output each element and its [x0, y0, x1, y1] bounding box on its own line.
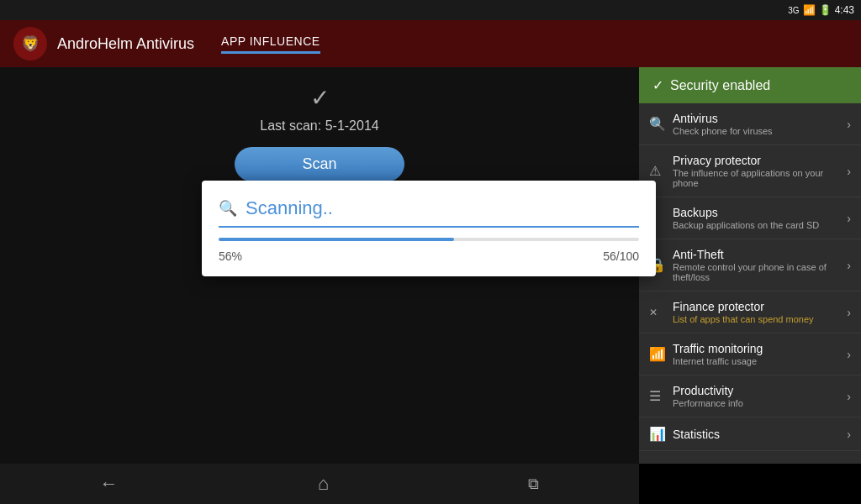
productivity-chevron: › [847, 390, 851, 403]
privacy-chevron: › [847, 165, 851, 178]
home-button[interactable]: ⌂ [318, 473, 329, 495]
clock: 4:43 [835, 4, 854, 16]
top-bar: 🦁 AndroHelm Antivirus APP INFLUENCE [0, 20, 861, 67]
scanning-dialog: 🔍 Scanning.. 56% 56/100 [202, 181, 656, 276]
privacy-title: Privacy protector [673, 154, 847, 167]
svg-text:🦁: 🦁 [21, 34, 40, 53]
antivirus-title: Antivirus [673, 112, 847, 125]
bottom-bar: ← ⌂ ⧉ [0, 464, 639, 504]
progress-count: 56/100 [603, 249, 639, 263]
status-bar: 3G 📶 🔋 4:43 [0, 0, 861, 20]
statistics-icon: 📊 [649, 426, 673, 442]
backups-subtitle: Backup applications on the card SD [673, 220, 847, 230]
sidebar-item-finance[interactable]: ✕ Finance protector List of apps that ca… [639, 291, 861, 333]
finance-subtitle: List of apps that can spend money [673, 314, 847, 324]
network-icon: 3G [788, 6, 799, 15]
sidebar-item-statistics[interactable]: 📊 Statistics › [639, 417, 861, 451]
traffic-chevron: › [847, 348, 851, 361]
privacy-subtitle: The influence of applications on your ph… [673, 168, 847, 188]
recents-button[interactable]: ⧉ [528, 475, 539, 493]
statistics-title: Statistics [673, 428, 847, 441]
search-icon: 🔍 [219, 199, 237, 218]
tab-app-influence[interactable]: APP INFLUENCE [221, 34, 320, 54]
right-sidebar: ✓ Security enabled 🔍 Antivirus Check pho… [639, 67, 861, 464]
battery-icon: 🔋 [819, 4, 832, 16]
app-title: AndroHelm Antivirus [57, 35, 194, 53]
sidebar-item-antitheft[interactable]: 🔒 Anti-Theft Remote control your phone i… [639, 239, 861, 291]
security-header: ✓ Security enabled [639, 67, 861, 103]
back-button[interactable]: ← [100, 473, 119, 495]
scanning-input-row: 🔍 Scanning.. [219, 197, 639, 228]
statistics-chevron: › [847, 428, 851, 441]
security-header-text: Security enabled [670, 78, 770, 93]
progress-bar-container [219, 238, 639, 241]
traffic-content: Traffic monitoring Internet traffic usag… [673, 342, 847, 366]
traffic-icon: 📶 [649, 346, 673, 362]
check-icon: ✓ [310, 84, 330, 112]
scan-button[interactable]: Scan [235, 147, 404, 181]
antivirus-chevron: › [847, 118, 851, 131]
traffic-title: Traffic monitoring [673, 342, 847, 355]
productivity-icon: ☰ [649, 388, 673, 404]
finance-title: Finance protector [673, 300, 847, 313]
scanning-text: Scanning.. [246, 197, 333, 219]
privacy-content: Privacy protector The influence of appli… [673, 154, 847, 188]
sidebar-item[interactable]: 🔍 Antivirus Check phone for viruses › [639, 103, 861, 145]
sidebar-item-productivity[interactable]: ☰ Productivity Performance info › [639, 375, 861, 417]
productivity-subtitle: Performance info [673, 398, 847, 408]
progress-percent: 56% [219, 249, 242, 263]
statistics-content: Statistics [673, 428, 847, 441]
signal-icon: 📶 [803, 4, 816, 16]
antitheft-chevron: › [847, 259, 851, 272]
antivirus-icon: 🔍 [649, 116, 673, 132]
productivity-title: Productivity [673, 384, 847, 397]
last-scan-text: Last scan: 5-1-2014 [260, 118, 378, 134]
antivirus-subtitle: Check phone for viruses [673, 126, 847, 136]
antivirus-content: Antivirus Check phone for viruses [673, 112, 847, 136]
backups-chevron: › [847, 212, 851, 225]
sidebar-item-privacy[interactable]: ⚠ Privacy protector The influence of app… [639, 145, 861, 197]
finance-icon: ✕ [649, 307, 673, 318]
app-logo: 🦁 [13, 27, 47, 60]
antitheft-subtitle: Remote control your phone in case of the… [673, 262, 847, 282]
backups-content: Backups Backup applications on the card … [673, 206, 847, 230]
progress-bar-fill [219, 238, 454, 241]
productivity-content: Productivity Performance info [673, 384, 847, 408]
antitheft-title: Anti-Theft [673, 248, 847, 261]
sidebar-item-backups[interactable]: ↑ Backups Backup applications on the car… [639, 197, 861, 239]
backups-title: Backups [673, 206, 847, 219]
antitheft-content: Anti-Theft Remote control your phone in … [673, 248, 847, 282]
traffic-subtitle: Internet traffic usage [673, 356, 847, 366]
status-icons: 3G 📶 🔋 4:43 [788, 4, 854, 16]
privacy-icon: ⚠ [649, 163, 673, 179]
finance-content: Finance protector List of apps that can … [673, 300, 847, 324]
check-security-icon: ✓ [652, 77, 663, 93]
finance-chevron: › [847, 306, 851, 319]
sidebar-item-traffic[interactable]: 📶 Traffic monitoring Internet traffic us… [639, 333, 861, 375]
progress-labels: 56% 56/100 [219, 249, 639, 263]
